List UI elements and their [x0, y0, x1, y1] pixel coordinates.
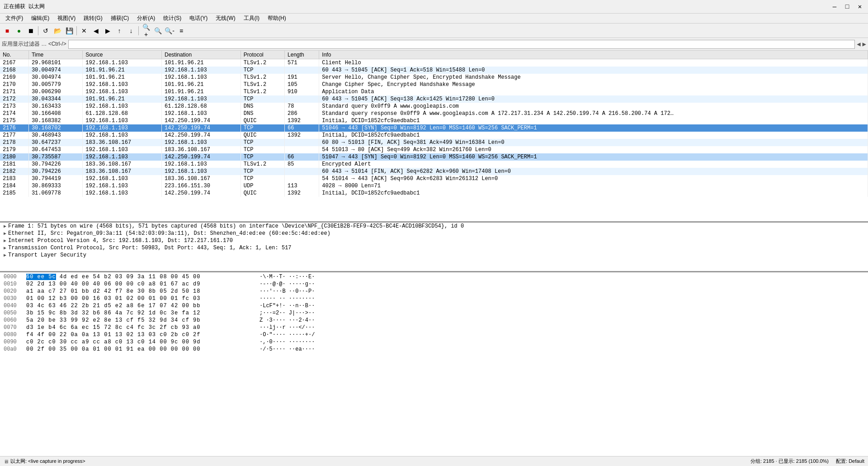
table-row[interactable]: 217630.168702192.168.1.103142.250.199.74… — [0, 124, 868, 132]
toolbar-back-button[interactable]: ◀ — [90, 25, 101, 36]
hex-row: 001002 2d 13 00 40 00 40 06 00 00 c0 a8 … — [0, 281, 868, 288]
filter-input[interactable] — [68, 40, 855, 49]
table-cell-protocol: TCP — [241, 124, 284, 132]
table-cell-no: 2169 — [0, 74, 28, 81]
table-row[interactable]: 216930.004974101.91.96.21192.168.1.103TL… — [0, 74, 868, 81]
hex-ascii: Z ·3···· ···2·4·· — [259, 317, 315, 323]
toolbar-zoom-out-button[interactable]: 🔍- — [164, 25, 175, 36]
table-cell-length: 286 — [285, 110, 319, 117]
detail-text: Internet Protocol Version 4, Src: 192.16… — [8, 238, 233, 244]
table-cell-no: 2172 — [0, 95, 28, 103]
toolbar-up-button[interactable]: ↑ — [114, 25, 125, 36]
toolbar-down-button[interactable]: ↓ — [126, 25, 137, 36]
table-row[interactable]: 216729.968101192.168.1.103101.91.96.21TL… — [0, 59, 868, 67]
menu-item-Y[interactable]: 电话(Y) — [186, 14, 211, 23]
table-cell-protocol: TCP — [241, 139, 284, 146]
table-cell-length: 113 — [285, 182, 319, 190]
hex-ascii: ·-··@·@· ·····g·· — [259, 281, 315, 287]
table-row[interactable]: 217830.647237183.36.108.167192.168.1.103… — [0, 139, 868, 146]
expand-icon: ▶ — [4, 245, 6, 251]
toolbar-zoom-reset-button[interactable]: 🔍 — [152, 25, 163, 36]
toolbar-record-button[interactable]: ■ — [2, 25, 13, 36]
table-cell-no: 2184 — [0, 182, 28, 190]
toolbar-stop-button[interactable]: ⏹ — [25, 25, 36, 36]
title-text: 正在捕获 以太网 — [4, 3, 45, 10]
menu-item-F[interactable]: 文件(F) — [2, 14, 27, 23]
table-row[interactable]: 217530.168382192.168.1.103142.250.199.74… — [0, 117, 868, 124]
table-row[interactable]: 217330.163433192.168.1.10361.128.128.68D… — [0, 103, 868, 110]
hex-bytes: 01 00 12 b3 00 00 16 03 01 02 00 01 00 0… — [26, 295, 252, 302]
detail-row[interactable]: ▶Transport Layer Security — [0, 252, 868, 259]
toolbar-play-button[interactable]: ● — [14, 25, 24, 36]
table-cell-destination: 223.166.151.30 — [162, 182, 241, 190]
hex-ascii: ···'···B ··0··-P· — [259, 288, 315, 295]
filter-arrow-right[interactable]: ▶ — [863, 40, 866, 48]
table-row[interactable]: 217230.043344101.91.96.21192.168.1.103TC… — [0, 95, 868, 103]
hex-pane[interactable]: 000060 ee 5c 4d ed ee 54 b2 03 09 3a 11 … — [0, 272, 868, 456]
table-cell-info: Encrypted Alert — [319, 161, 868, 168]
table-row[interactable]: 217430.16640861.128.128.68192.168.1.103D… — [0, 110, 868, 117]
table-row[interactable]: 217730.468943192.168.1.103142.250.199.74… — [0, 132, 868, 139]
toolbar-settings-button[interactable]: ≡ — [176, 25, 187, 36]
toolbar-save-button[interactable]: 💾 — [64, 25, 75, 36]
toolbar-separator-2 — [76, 26, 77, 35]
close-button[interactable]: ✕ — [855, 2, 864, 11]
table-cell-source: 192.168.1.103 — [83, 124, 162, 132]
filter-arrow-left[interactable]: ◀ — [857, 40, 860, 48]
maximize-button[interactable]: □ — [843, 2, 852, 11]
filter-bar: 应用显示过滤器 … <Ctrl-/> ◀ ▶ — [0, 38, 868, 51]
table-cell-no: 2167 — [0, 59, 28, 67]
table-cell-source: 101.91.96.21 — [83, 95, 162, 103]
table-cell-destination: 142.250.199.74 — [162, 153, 241, 161]
table-cell-no: 2175 — [0, 117, 28, 124]
menu-item-G[interactable]: 跳转(G) — [80, 14, 106, 23]
hex-offset: 0050 — [4, 310, 26, 316]
table-cell-destination: 101.91.96.21 — [162, 81, 241, 88]
table-row[interactable]: 218130.794226183.36.108.167192.168.1.103… — [0, 161, 868, 168]
table-row[interactable]: 218531.069778192.168.1.103142.250.199.74… — [0, 190, 868, 197]
capture-status: 以太网: <live capture in progress> — [10, 458, 85, 465]
toolbar-open-button[interactable]: 📂 — [52, 25, 63, 36]
table-cell-no: 2173 — [0, 103, 28, 110]
toolbar-forward-button[interactable]: ▶ — [102, 25, 113, 36]
table-cell-info: 4028 → 8000 Len=71 — [319, 182, 868, 190]
menu-item-E[interactable]: 编辑(E) — [28, 14, 53, 23]
table-row[interactable]: 216830.004974101.91.96.21192.168.1.103TC… — [0, 67, 868, 74]
menu-item-I[interactable]: 工具(I) — [240, 14, 263, 23]
table-cell-source: 192.168.1.103 — [83, 190, 162, 197]
table-row[interactable]: 217130.006290192.168.1.103101.91.96.21TL… — [0, 88, 868, 95]
table-row[interactable]: 217030.005779192.168.1.103101.91.96.21TL… — [0, 81, 868, 88]
table-cell-time: 30.647453 — [28, 146, 82, 153]
table-row[interactable]: 218030.735587192.168.1.103142.250.199.74… — [0, 153, 868, 161]
menu-item-A[interactable]: 分析(A) — [133, 14, 159, 23]
table-row[interactable]: 218230.794226183.36.108.167192.168.1.103… — [0, 168, 868, 175]
table-cell-no: 2181 — [0, 161, 28, 168]
packet-list[interactable]: No.TimeSourceDestinationProtocolLengthIn… — [0, 51, 868, 223]
expand-icon: ▶ — [4, 231, 6, 236]
table-cell-destination: 192.168.1.103 — [162, 74, 241, 81]
table-row[interactable]: 217930.647453192.168.1.103183.36.108.167… — [0, 146, 868, 153]
menu-item-S[interactable]: 统计(S) — [160, 14, 185, 23]
toolbar-zoom-in-button[interactable]: 🔍+ — [141, 25, 151, 36]
detail-row[interactable]: ▶Ethernet II, Src: Pegatron_09:3a:11 (54… — [0, 230, 868, 237]
hex-offset: 0040 — [4, 303, 26, 309]
detail-row[interactable]: ▶Transmission Control Protocol, Src Port… — [0, 244, 868, 252]
toolbar-close-button[interactable]: ✕ — [79, 25, 90, 36]
detail-row[interactable]: ▶Internet Protocol Version 4, Src: 192.1… — [0, 237, 868, 244]
table-row[interactable]: 218430.869333192.168.1.103223.166.151.30… — [0, 182, 868, 190]
detail-row[interactable]: ▶Frame 1: 571 bytes on wire (4568 bits),… — [0, 223, 868, 230]
menu-item-V[interactable]: 视图(V) — [54, 14, 79, 23]
menu-item-W[interactable]: 无线(W) — [212, 14, 239, 23]
menu-item-H[interactable]: 帮助(H) — [264, 14, 290, 23]
table-cell-length: 85 — [285, 161, 319, 168]
minimize-button[interactable]: — — [830, 2, 839, 11]
menu-item-C[interactable]: 捕获(C) — [107, 14, 133, 23]
table-row[interactable]: 218330.794419192.168.1.103183.36.108.167… — [0, 175, 868, 182]
detail-pane[interactable]: ▶Frame 1: 571 bytes on wire (4568 bits),… — [0, 223, 868, 272]
toolbar-restart-button[interactable]: ↺ — [40, 25, 51, 36]
table-cell-protocol: QUIC — [241, 132, 284, 139]
table-cell-info: Initial, DCID=1852cfc9aedbabc1 — [319, 117, 868, 124]
col-header-destination: Destination — [162, 51, 241, 59]
table-cell-length: 571 — [285, 59, 319, 67]
table-cell-time: 30.005779 — [28, 81, 82, 88]
